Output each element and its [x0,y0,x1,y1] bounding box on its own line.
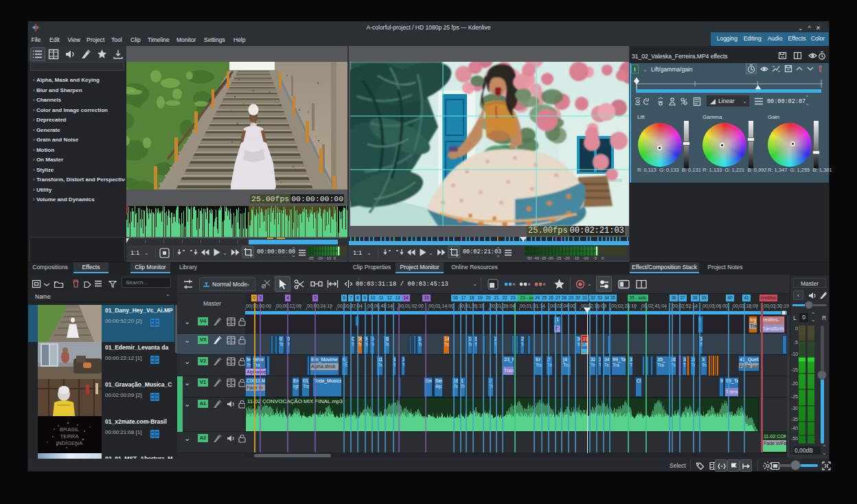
svg-text:BRASIL: BRASIL [60,426,80,433]
svg-text:INDÍGENA: INDÍGENA [56,440,83,446]
svg-text:TERRA: TERRA [60,433,79,439]
